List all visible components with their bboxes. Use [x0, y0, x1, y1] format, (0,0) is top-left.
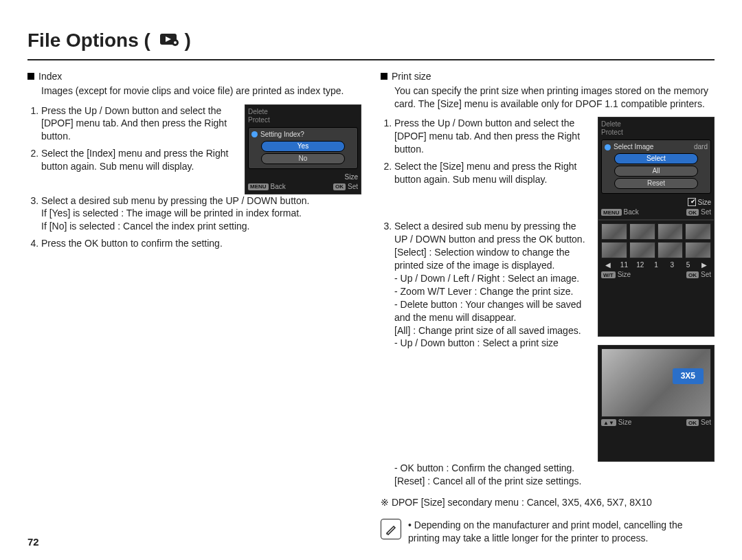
index-heading: Index [27, 70, 361, 83]
checkmark-icon [688, 198, 696, 206]
thumbnail [629, 242, 655, 258]
index-yes-line: If [Yes] is selected : The image will be… [41, 207, 361, 220]
printsize-heading-text: Print size [392, 70, 431, 83]
printsize-heading: Print size [381, 70, 715, 83]
index-step-2: Select the [Index] menu and press the Ri… [41, 147, 236, 173]
index-step-3: Select a desired sub menu by pressing th… [41, 194, 361, 234]
printsize-step-3: Select a desired sub menu by pressing th… [394, 220, 589, 350]
shot-bottom-bar: MENUBack OKSet [248, 183, 358, 191]
dpof-size-footnote: ※ DPOF [Size] secondary menu : Cancel, 3… [381, 496, 715, 509]
screenshot-size-tag: 3X5 ▲▼Size OKSet [598, 345, 715, 462]
screenshot-index-dialog: Delete Protect Setting Index? Yes No Siz… [245, 104, 361, 194]
printsize-steps: Press the Up / Down button and select th… [381, 117, 589, 190]
thumbnail [629, 223, 655, 240]
printsize-reset-line: [Reset] : Cancel all of the print size s… [394, 475, 715, 488]
screenshot-thumb-grid: ◀ 11 12 1 3 5 ▶ W/TSize OKSet [598, 220, 715, 337]
thumbnail [601, 223, 627, 240]
shot-dialog: Setting Index? Yes No [248, 127, 358, 169]
index-steps-row: Press the Up / Down button and select th… [27, 104, 361, 194]
printsize-all-sub2: - OK button : Confirm the changed settin… [394, 462, 715, 475]
shot-set: Set [701, 208, 711, 216]
index-step-1: Press the Up / Down button and select th… [41, 104, 236, 144]
index-heading-text: Index [38, 70, 62, 83]
thumb-num: 5 [681, 261, 695, 269]
shot-dialog-title: Select Image [614, 143, 653, 151]
thumb-num: 1 [649, 261, 663, 269]
info-icon [605, 144, 611, 150]
shot-option-reset: Reset [614, 178, 698, 189]
shot-back: Back [271, 183, 286, 191]
info-icon [251, 131, 258, 137]
index-intro: Images (except for movie clips and voice… [27, 85, 361, 98]
right-column: Print size You can specify the print siz… [381, 70, 715, 545]
wt-button-icon: W/T [601, 271, 616, 278]
ok-button-icon: OK [686, 209, 699, 216]
menu-button-icon: MENU [248, 183, 269, 190]
printsize-row-1: Press the Up / Down button and select th… [381, 117, 715, 220]
printsize-intro: You can specify the print size when prin… [381, 85, 715, 111]
thumb-index-bar: ◀ 11 12 1 3 5 ▶ [601, 261, 711, 269]
shot-item-delete: Delete [601, 120, 711, 128]
bullet-square-icon [381, 73, 387, 80]
thumbnail [657, 223, 684, 240]
shot-option-yes: Yes [261, 141, 345, 152]
size-tag: 3X5 [673, 368, 704, 383]
index-no-line: If [No] is selected : Cancel the index p… [41, 220, 361, 233]
menu-button-icon: MENU [601, 209, 622, 216]
shot-menu-items: Delete Protect [248, 108, 358, 124]
page-title: File Options ( ) [27, 27, 191, 54]
printsize-all-sub1: - Up / Down button : Select a print size [394, 337, 589, 350]
index-step-3-text: Select a desired sub menu by pressing th… [41, 195, 309, 206]
shot-item-protect: Protect [601, 128, 711, 137]
shot-size: Size [618, 418, 631, 427]
photo-preview: 3X5 [601, 348, 711, 417]
printsize-step-1: Press the Up / Down button and select th… [394, 117, 589, 156]
shot-dialog-title: Setting Index? [260, 131, 304, 139]
note-text: Depending on the manufacturer and print … [408, 519, 715, 545]
shot-item-protect: Protect [248, 116, 358, 124]
page-title-text: File Options ( [27, 30, 150, 51]
thumb-num: 3 [665, 261, 679, 269]
shot-option-no: No [261, 153, 345, 164]
shot-side-std: dard [694, 143, 708, 151]
page-number: 72 [27, 535, 39, 549]
content-columns: Index Images (except for movie clips and… [27, 70, 715, 545]
page-title-row: File Options ( ) [27, 27, 715, 54]
thumbnail [685, 223, 711, 240]
thumbnail [685, 242, 711, 258]
shot-set: Set [701, 418, 711, 427]
index-step-4: Press the OK button to confirm the setti… [41, 237, 361, 250]
printsize-select-sub1: - Up / Down / Left / Right : Select an i… [394, 272, 589, 285]
shot-back: Back [624, 208, 639, 216]
thumbnail [657, 242, 684, 258]
thumb-num: 11 [617, 261, 631, 269]
manual-page: File Options ( ) Index Images (except fo… [0, 0, 742, 560]
shot-side-size: Size [698, 199, 711, 206]
index-steps-cont: Select a desired sub menu by pressing th… [27, 194, 361, 251]
shot-size: Size [618, 271, 631, 279]
shot-option-select: Select [614, 153, 698, 164]
thumb-num: 12 [633, 261, 647, 269]
printsize-step-3-text: Select a desired sub menu by pressing th… [394, 221, 585, 245]
shot-set: Set [348, 183, 358, 191]
title-divider [27, 59, 715, 60]
printsize-row-2: Select a desired sub menu by pressing th… [381, 220, 715, 462]
bullet-square-icon [27, 73, 34, 80]
svg-point-3 [174, 41, 177, 44]
printsize-all-line: [All] : Change print size of all saved i… [394, 324, 589, 337]
printsize-select-sub2: - Zoom W/T Lever : Change the print size… [394, 285, 589, 298]
printsize-select-sub3: - Delete button : Your changes will be s… [394, 298, 589, 324]
ok-button-icon: OK [333, 183, 346, 190]
shot-set: Set [701, 271, 711, 279]
printsize-select-line: [Select] : Selection window to change th… [394, 246, 589, 272]
thumbnail [601, 242, 627, 258]
printsize-step-2: Select the [Size] menu and press the Rig… [394, 160, 589, 186]
playback-settings-icon [160, 32, 179, 47]
updown-button-icon: ▲▼ [601, 419, 616, 426]
printsize-steps-cont: Select a desired sub menu by pressing th… [381, 220, 589, 350]
ok-button-icon: OK [686, 271, 699, 278]
shot-option-all: All [614, 166, 698, 177]
note-block: Depending on the manufacturer and print … [381, 519, 715, 545]
ok-button-icon: OK [686, 419, 699, 426]
left-column: Index Images (except for movie clips and… [27, 70, 361, 545]
